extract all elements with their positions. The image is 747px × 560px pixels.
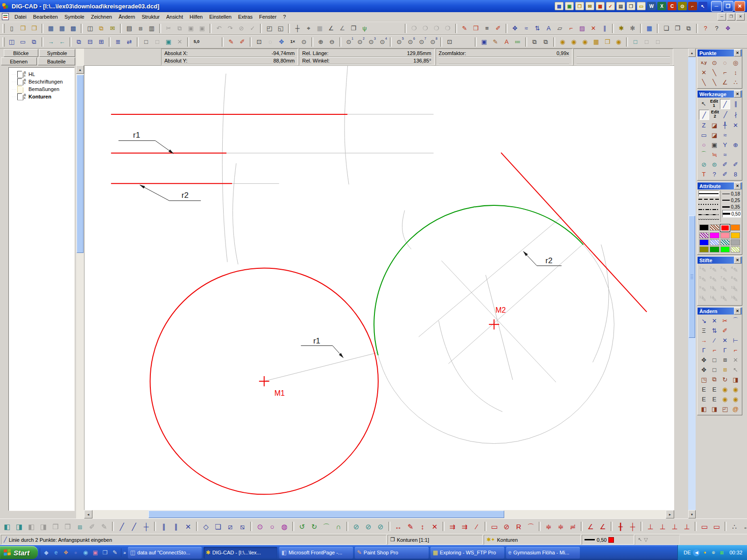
spiral[interactable]: @: [731, 404, 740, 413]
point-perp-foot[interactable]: ⌐: [720, 68, 730, 77]
restore-button[interactable]: ❐: [723, 1, 733, 12]
delete-tool[interactable]: ✕: [731, 120, 740, 130]
excel-icon[interactable]: X: [657, 2, 666, 10]
corner-1[interactable]: Γ: [699, 345, 709, 355]
task-frontpage[interactable]: ◧Microsoft FrontPage -...: [279, 547, 353, 559]
layer-item-beschriftungen[interactable]: ···BsBeschriftungen: [10, 78, 73, 85]
color-swatch-1[interactable]: [710, 224, 719, 231]
edit-levels[interactable]: ≡: [481, 23, 493, 34]
query-coordinate[interactable]: ∴: [728, 520, 740, 532]
divide[interactable]: ∕: [710, 336, 719, 345]
task-paintshoppro[interactable]: ✎Paint Shop Pro: [355, 547, 429, 559]
pointer-gray[interactable]: ↖: [731, 365, 740, 374]
mail-icon[interactable]: ✉: [585, 2, 594, 10]
solid-pair[interactable]: ⧈: [74, 520, 86, 532]
start-button[interactable]: Start: [0, 546, 38, 559]
window-split[interactable]: ⧉: [683, 23, 694, 34]
color-swatch-0[interactable]: [699, 224, 709, 231]
tile-horizontal[interactable]: ⊟: [85, 36, 96, 47]
branch-tool[interactable]: Y: [720, 140, 730, 149]
menu-item-einstellen[interactable]: Einstellen: [206, 13, 235, 21]
redline-marker[interactable]: ✐: [237, 36, 248, 47]
tools-setup[interactable]: ✻: [627, 23, 638, 34]
figure-8-tool[interactable]: 8: [731, 169, 740, 179]
select-add[interactable]: □: [152, 36, 163, 47]
print-preview[interactable]: ⧈: [135, 23, 146, 34]
save-as[interactable]: ▦: [56, 23, 68, 34]
line-angle[interactable]: ╱: [128, 520, 140, 532]
dim-chain[interactable]: ⇉: [446, 520, 458, 532]
cross-move[interactable]: ✕: [710, 316, 719, 325]
line-pt-angle[interactable]: ╱: [721, 110, 730, 119]
ql-photos[interactable]: ▣: [91, 548, 99, 557]
select-option-3[interactable]: □: [652, 36, 663, 47]
menu-item-symbole[interactable]: Symbole: [61, 13, 88, 21]
stamp-2[interactable]: ❍: [420, 23, 431, 34]
tab-ebenen[interactable]: Ebenen: [1, 57, 37, 65]
zoom-1x[interactable]: 1×: [287, 36, 298, 47]
hatch-2[interactable]: ⧅: [236, 520, 248, 532]
menu-item-extras[interactable]: Extras: [235, 13, 256, 21]
rectangle-tool[interactable]: ▭: [699, 130, 709, 140]
stamp-1[interactable]: ❍: [409, 23, 420, 34]
ql-documents[interactable]: ❒: [101, 548, 109, 557]
layer-item-konturen[interactable]: ···BsKonturen: [10, 93, 73, 100]
element-copy-1[interactable]: ⧉: [529, 36, 540, 47]
help[interactable]: ?: [711, 23, 722, 34]
language-indicator[interactable]: DE: [684, 550, 691, 555]
edit-blocks[interactable]: ❒: [470, 23, 481, 34]
sort-elements[interactable]: ⇅: [532, 23, 543, 34]
pen-edit[interactable]: ∥: [599, 23, 610, 34]
vertical-scroll-thumb[interactable]: [689, 216, 695, 338]
clip-elements[interactable]: ✂: [720, 316, 730, 325]
edit-1[interactable]: Edit1: [709, 99, 719, 108]
notes-icon[interactable]: ▭: [637, 2, 646, 10]
task-connectstore[interactable]: ◫data auf "ConnectSto...: [128, 547, 202, 559]
dim-angle-2[interactable]: ∠: [597, 520, 609, 532]
query-distance[interactable]: ↔: [740, 520, 747, 532]
circle-center-radius[interactable]: ⊙: [254, 520, 266, 532]
doc-manage[interactable]: ◫: [85, 23, 96, 34]
parts-coin-1[interactable]: ◉: [557, 36, 568, 47]
window-swap[interactable]: ⇄: [124, 36, 135, 47]
line-width-0,50[interactable]: 0,50: [722, 210, 741, 217]
fillet[interactable]: ⌒: [731, 316, 740, 325]
help-topics[interactable]: ❖: [722, 23, 733, 34]
drag-copy[interactable]: ✥: [699, 365, 709, 374]
select-clear[interactable]: ✕: [174, 36, 185, 47]
open-file[interactable]: ❒: [17, 23, 28, 34]
zoom-view-5[interactable]: ⊙5: [394, 36, 405, 47]
send-mail[interactable]: ✉: [107, 23, 118, 34]
line-width-0,25[interactable]: 0,25: [722, 197, 741, 203]
pen-change[interactable]: ✐: [720, 326, 730, 335]
table-view[interactable]: ▦: [644, 23, 655, 34]
line-style-dashed[interactable]: [698, 196, 719, 202]
list-check[interactable]: ≔: [512, 36, 523, 47]
dim-bow[interactable]: ⌒: [525, 520, 537, 532]
tray-display-icon[interactable]: ▦: [718, 549, 725, 556]
image-icon[interactable]: ▣: [565, 2, 574, 10]
solid-tool-1[interactable]: ✐: [86, 520, 98, 532]
point-relative[interactable]: ↕: [731, 68, 740, 77]
copy[interactable]: ⧉: [174, 23, 185, 34]
view-back[interactable]: ←: [56, 36, 68, 47]
paste-contents[interactable]: ▣: [197, 23, 208, 34]
move-region[interactable]: ⧈: [720, 355, 730, 364]
stamp-3[interactable]: ❍: [431, 23, 442, 34]
pen-13[interactable]: 13✎: [699, 294, 709, 304]
window-list[interactable]: ≣: [113, 36, 124, 47]
zoom-page[interactable]: ⊖: [326, 36, 338, 47]
copy-element-c[interactable]: E: [699, 394, 709, 404]
line-delete[interactable]: ✕: [182, 520, 194, 532]
tab-symbole[interactable]: Symbole: [39, 49, 75, 57]
color-swatch-8[interactable]: [699, 239, 709, 245]
word-icon[interactable]: W: [647, 2, 656, 10]
zoom-window[interactable]: ⊡: [254, 36, 265, 47]
ellipse-axes[interactable]: ⊘: [350, 520, 362, 532]
line-width-0,35[interactable]: 0,35: [722, 203, 741, 210]
point-angle[interactable]: ∠: [720, 77, 730, 87]
dim-leader[interactable]: ✎: [404, 520, 416, 532]
close-icon[interactable]: ✕: [734, 257, 741, 264]
image-edit[interactable]: ▨: [577, 23, 588, 34]
dim-pole-1[interactable]: ⊥: [644, 520, 656, 532]
